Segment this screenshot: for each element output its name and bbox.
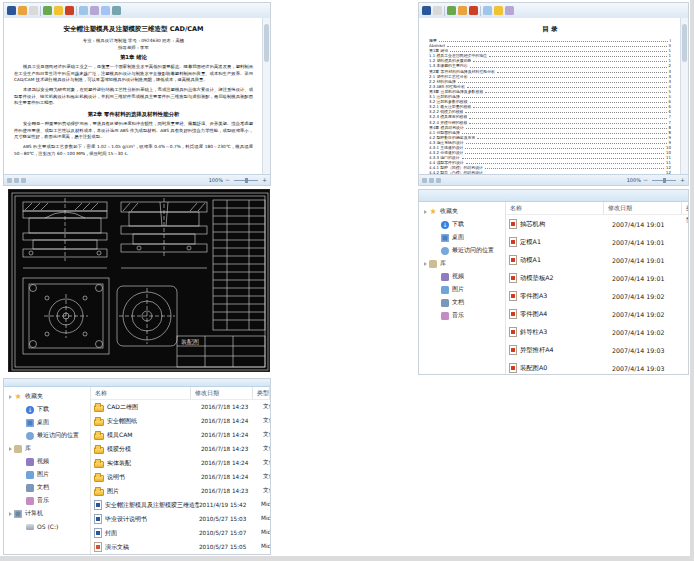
file-name: 模胶分模 xyxy=(107,445,201,454)
zoom-in-button[interactable]: + xyxy=(680,177,685,183)
toolbar-button[interactable] xyxy=(54,6,63,15)
file-row[interactable]: 毕业设计说明书 2010/5/27 15:03 Microsoft Word 文… xyxy=(91,512,270,526)
toc-dot-leader xyxy=(469,118,666,119)
file-date: 2007/4/14 19:02 xyxy=(612,329,688,336)
column-header-type[interactable]: 类型 xyxy=(682,202,688,214)
file-row[interactable]: 模胶分模 2016/7/18 14:23 文件夹 xyxy=(91,442,270,456)
toc-dot-leader xyxy=(462,133,667,134)
toc-dot-leader xyxy=(467,87,667,88)
zoom-slider[interactable] xyxy=(234,180,258,181)
file-row[interactable]: 斜导柱A3 2007/4/14 19:02 DWG 文件 xyxy=(506,323,688,341)
sidebar-item[interactable]: 音乐 xyxy=(4,494,90,507)
expand-arrow-icon[interactable] xyxy=(424,210,427,214)
toolbar-button[interactable] xyxy=(101,6,110,15)
explorer-command-bar xyxy=(4,379,270,387)
sidebar-item[interactable]: 图片 xyxy=(419,283,505,296)
column-header-name[interactable]: 名称 xyxy=(91,387,191,399)
toolbar-button[interactable] xyxy=(43,6,52,15)
file-row[interactable]: 零件图A3 2007/4/14 19:02 DWG 文件 xyxy=(506,287,688,305)
zoom-out-button[interactable]: − xyxy=(643,177,648,183)
column-headers: 名称 修改日期 类型 xyxy=(506,202,688,215)
sidebar-item[interactable]: 下载 xyxy=(4,403,90,416)
file-row[interactable]: 装配图A0 2007/4/14 19:03 DWG 文件 xyxy=(506,359,688,374)
file-row[interactable]: 安全帽注塑模具及注塑模胶三维造型 2011/4/19 15:42 Microso… xyxy=(91,498,270,512)
toolbar-button[interactable] xyxy=(18,6,27,15)
scrollbar-thumb[interactable] xyxy=(264,24,269,62)
file-row[interactable]: 演示文稿 2010/5/27 15:05 Microsoft PowerPoin… xyxy=(91,540,270,554)
zoom-out-button[interactable]: − xyxy=(225,177,230,183)
file-row[interactable]: 图片 2016/7/18 14:23 文件夹 xyxy=(91,484,270,498)
sidebar-item[interactable]: 最近访问的位置 xyxy=(419,244,505,257)
sidebar-item[interactable]: 视频 xyxy=(4,455,90,468)
file-name: 定模A1 xyxy=(520,238,612,247)
toolbar-button[interactable] xyxy=(505,6,514,15)
sidebar-item[interactable]: 下载 xyxy=(419,218,505,231)
sidebar-item-label: 文档 xyxy=(452,298,464,307)
sidebar-item[interactable]: 库 xyxy=(419,257,505,270)
file-row[interactable]: 抽芯机构 2007/4/14 19:01 DWG 文件 xyxy=(506,215,688,233)
file-row[interactable]: 动模A1 2007/4/14 19:01 DWG 文件 xyxy=(506,251,688,269)
toolbar-button[interactable] xyxy=(29,6,38,15)
toolbar-button[interactable] xyxy=(7,6,16,15)
file-type: Microsoft Word 文档 xyxy=(261,501,270,509)
sidebar-item[interactable]: 视频 xyxy=(419,270,505,283)
column-header-name[interactable]: 名称 xyxy=(506,202,604,214)
toolbar-button[interactable] xyxy=(433,6,442,15)
vertical-scrollbar[interactable] xyxy=(262,18,270,175)
toolbar-button[interactable] xyxy=(422,6,431,15)
sidebar-icon xyxy=(14,510,22,518)
file-icon xyxy=(94,489,104,496)
toolbar-button[interactable] xyxy=(483,6,492,15)
file-row[interactable]: 零件图A4 2007/4/14 19:02 DWG 文件 xyxy=(506,305,688,323)
toolbar-button[interactable] xyxy=(90,6,99,15)
sidebar-item[interactable]: OS (C:) xyxy=(4,520,90,533)
column-header-date[interactable]: 修改日期 xyxy=(604,202,682,214)
sidebar-item[interactable]: 桌面 xyxy=(419,231,505,244)
file-row[interactable]: 异型推杆A4 2007/4/14 19:03 DWG 文件 xyxy=(506,341,688,359)
expand-arrow-icon[interactable] xyxy=(9,447,12,451)
zoom-in-button[interactable]: + xyxy=(262,177,267,183)
sidebar-item[interactable]: 音乐 xyxy=(419,309,505,322)
file-row[interactable]: CAD二维图 2016/7/18 14:23 文件夹 xyxy=(91,400,270,414)
sidebar-item[interactable]: 图片 xyxy=(4,468,90,481)
file-row[interactable]: 实体装配 2016/7/18 14:24 文件夹 xyxy=(91,456,270,470)
toolbar-button[interactable] xyxy=(469,6,478,15)
sidebar-item[interactable]: 收藏夹 xyxy=(4,390,90,403)
file-name: 异型推杆A4 xyxy=(520,346,612,355)
file-row[interactable]: 定模A1 2007/4/14 19:01 DWG 文件 xyxy=(506,233,688,251)
sidebar-icon xyxy=(441,234,449,242)
file-row[interactable]: 安全帽图纸 2016/7/18 14:24 文件夹 xyxy=(91,414,270,428)
toc-dot-leader xyxy=(485,92,666,93)
file-list-pane: 名称 修改日期 类型 抽芯机构 2007/4/14 19:01 DWG 文件 xyxy=(506,202,688,374)
expand-arrow-icon[interactable] xyxy=(424,262,427,266)
file-row[interactable]: 模具CAM 2016/7/18 14:24 文件夹 xyxy=(91,428,270,442)
sidebar-item[interactable]: 库 xyxy=(4,442,90,455)
zoom-slider[interactable] xyxy=(652,180,676,181)
file-row[interactable]: 动模垫板A2 2007/4/14 19:01 DWG 文件 xyxy=(506,269,688,287)
toolbar-button[interactable] xyxy=(447,6,456,15)
sidebar-item[interactable]: 文档 xyxy=(4,481,90,494)
sidebar-item[interactable]: 桌面 xyxy=(4,416,90,429)
vertical-scrollbar[interactable] xyxy=(680,18,688,175)
sidebar-item[interactable]: 收藏夹 xyxy=(419,205,505,218)
file-date: 2007/4/14 19:01 xyxy=(612,221,688,228)
column-header-type[interactable]: 类型 xyxy=(253,387,270,399)
toolbar-button[interactable] xyxy=(458,6,467,15)
toolbar-button[interactable] xyxy=(112,6,121,15)
file-row[interactable]: 封面 2010/5/27 15:07 Microsoft Word 文档 xyxy=(91,526,270,540)
expand-arrow-icon[interactable] xyxy=(9,395,12,399)
scrollbar-thumb[interactable] xyxy=(682,24,687,62)
toolbar-button[interactable] xyxy=(65,6,74,15)
sidebar-item[interactable]: 最近访问的位置 xyxy=(4,429,90,442)
file-name: CAD二维图 xyxy=(107,403,201,412)
column-header-date[interactable]: 修改日期 xyxy=(191,387,253,399)
document-page: 目 录 摘要 I Abstract II xyxy=(419,18,681,175)
sidebar-item[interactable]: 计算机 xyxy=(4,507,90,520)
toolbar-button[interactable] xyxy=(494,6,503,15)
sidebar-item-label: 图片 xyxy=(452,285,464,294)
expand-arrow-icon[interactable] xyxy=(9,512,12,516)
explorer-window-project-folder: 收藏夹 下载 桌面 xyxy=(3,378,271,555)
toolbar-button[interactable] xyxy=(79,6,88,15)
sidebar-item[interactable]: 文档 xyxy=(419,296,505,309)
file-row[interactable]: 说明书 2016/7/18 14:24 文件夹 xyxy=(91,470,270,484)
